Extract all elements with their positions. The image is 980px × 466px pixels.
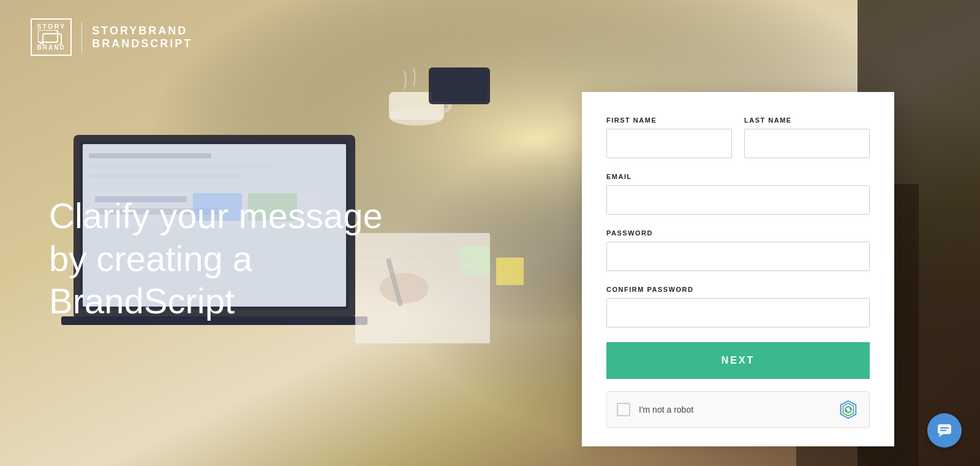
- svg-marker-36: [938, 434, 943, 437]
- name-row: FIRST NAME LAST NAME: [606, 116, 870, 158]
- first-name-label: FIRST NAME: [606, 116, 732, 124]
- password-group: PASSWORD: [606, 229, 870, 271]
- password-input[interactable]: [606, 242, 870, 271]
- last-name-label: LAST NAME: [744, 116, 870, 124]
- logo-speech-bubbles: [38, 30, 65, 45]
- hero-line1: Clarify your message: [49, 194, 383, 237]
- logo-brand-text: BRAND: [37, 45, 66, 51]
- svg-rect-35: [938, 424, 951, 434]
- svg-rect-8: [89, 174, 242, 178]
- logo-name-line2: BRANDSCRIPT: [92, 37, 192, 50]
- svg-rect-38: [940, 430, 946, 431]
- hero-line3: BrandScript: [49, 280, 383, 323]
- logo-name-line1: STORYBRAND: [92, 25, 192, 37]
- hero-line2: by creating a: [49, 237, 383, 280]
- svg-rect-22: [496, 258, 524, 285]
- svg-rect-37: [940, 427, 949, 429]
- confirm-password-group: CONFIRM PASSWORD: [606, 286, 870, 327]
- next-button[interactable]: NEXT: [606, 342, 870, 379]
- logo-icon: STORY BRAND: [31, 18, 72, 56]
- recaptcha-widget[interactable]: I'm not a robot: [606, 391, 870, 428]
- first-name-group: FIRST NAME: [606, 116, 732, 158]
- svg-rect-29: [38, 30, 58, 42]
- logo-divider: [81, 22, 82, 53]
- email-input[interactable]: [606, 185, 870, 215]
- last-name-group: LAST NAME: [744, 116, 870, 158]
- email-label: EMAIL: [606, 173, 870, 180]
- registration-form-panel: FIRST NAME LAST NAME EMAIL PASSWORD CONF…: [582, 92, 894, 446]
- recaptcha-checkbox[interactable]: [617, 403, 630, 416]
- recaptcha-label: I'm not a robot: [639, 405, 837, 414]
- email-group: EMAIL: [606, 173, 870, 215]
- logo-story-text: STORY: [37, 23, 66, 30]
- password-label: PASSWORD: [606, 229, 870, 237]
- last-name-input[interactable]: [744, 129, 870, 158]
- hero-text: Clarify your message by creating a Brand…: [49, 194, 383, 323]
- chat-icon: [936, 422, 953, 439]
- confirm-password-label: CONFIRM PASSWORD: [606, 286, 870, 293]
- svg-rect-31: [43, 34, 61, 45]
- header: STORY BRAND STORYBRAND BRANDSCRIPT: [31, 18, 192, 56]
- confirm-password-input[interactable]: [606, 298, 870, 327]
- svg-rect-6: [89, 153, 211, 158]
- svg-rect-7: [89, 164, 273, 168]
- svg-rect-18: [432, 71, 487, 101]
- first-name-input[interactable]: [606, 129, 732, 158]
- recaptcha-icon: [837, 399, 859, 421]
- chat-button[interactable]: [927, 413, 962, 448]
- logo-name: STORYBRAND BRANDSCRIPT: [92, 25, 192, 50]
